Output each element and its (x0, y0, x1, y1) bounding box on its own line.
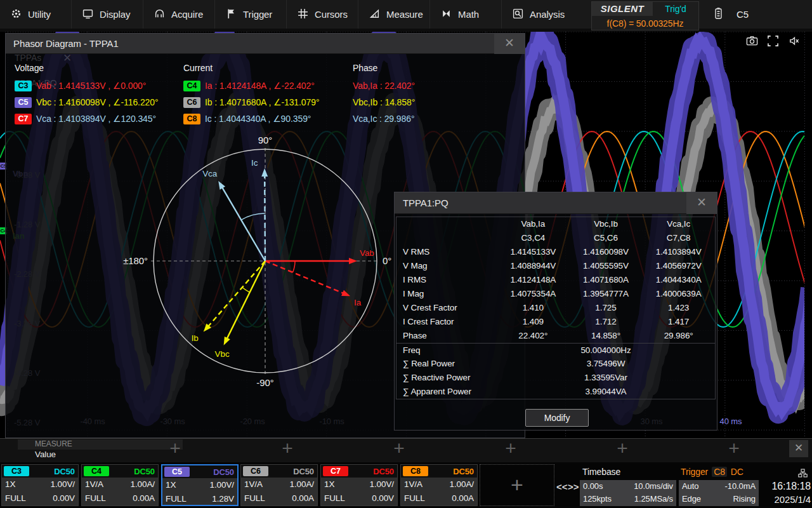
menu-item-acquire[interactable]: Acquire (143, 0, 215, 29)
svg-text:-90°: -90° (256, 377, 273, 388)
channel-scale: 1.00A/ (450, 478, 474, 491)
voltage-readout-column: Voltage C3Vab : 1.4145133V , ∠0.000°C5Vb… (15, 63, 158, 127)
channel-badge-c8: C8 (183, 114, 200, 124)
channel-badge-c6: C6 (243, 466, 268, 476)
current-readout-column: Current C4Ia : 1.4124148A , ∠-22.402°C6I… (183, 63, 319, 127)
add-measurement-slot[interactable]: + (282, 438, 292, 459)
channel-strip: C3DC501X1.00V/FULL0.00VC4DC501V/A1.00A/F… (0, 462, 812, 508)
add-measurement-slot[interactable]: + (505, 438, 516, 459)
add-channel-slot[interactable]: + (480, 464, 554, 506)
vector-label-ic: Ic (251, 158, 258, 168)
add-measurement-slot[interactable]: + (393, 438, 404, 459)
channel-badge-c3: C3 (15, 81, 32, 91)
network-icon[interactable] (798, 469, 808, 478)
channel-badge-c4: C4 (84, 466, 109, 476)
channel-badge-c3: C3 (4, 466, 29, 476)
channel-offset: 0.00A (133, 491, 155, 505)
channel-offset: 0.00V (53, 491, 75, 505)
channel-scale: 1.00A/ (131, 478, 155, 491)
table-row: V RMS1.4145133V1.4160098V1.4103894V (396, 245, 715, 259)
svg-text:±180°: ±180° (123, 255, 148, 266)
pq-measurement-table: Vab,IaVbc,IbVca,IcC3,C4C5,C6C7,C8V RMS1.… (396, 217, 716, 399)
voltage-readout-text: Vca : 1.4103894V , ∠120.345° (36, 114, 156, 124)
menu-item-analysis[interactable]: Analysis (502, 0, 573, 29)
status-box: SIGLENT Trig'd f(C8) = 50.00325Hz (591, 1, 699, 30)
table-row: ∑ Apparent Power3.99044VA (396, 385, 715, 399)
clock-date: 2025/1/4 (761, 494, 811, 505)
trigger-title: Trigger C8 DC (681, 467, 743, 477)
pq-results-window: TPPA1:PQ ✕ Vab,IaVbc,IbVca,IcC3,C4C5,C6C… (394, 192, 717, 431)
channel-badge-c7: C7 (323, 466, 348, 476)
frequency-counter-readout: f(C8) = 50.00325Hz (592, 16, 698, 31)
add-measurement-slot[interactable]: + (728, 438, 739, 459)
menu-item-math[interactable]: Math (430, 0, 502, 29)
add-measurement-slot[interactable]: + (617, 438, 627, 459)
channel-box-c8[interactable]: C8DC501V/A1.00A/FULL0.00A (400, 464, 478, 506)
channel-bandwidth: FULL (85, 491, 106, 505)
table-channel-row: C3,C4C5,C6C7,C8 (396, 231, 715, 245)
timebase-delay: 0.00s (583, 480, 603, 493)
menu-item-trigger[interactable]: Trigger (215, 0, 287, 29)
phase-readout-column: Phase Vab,Ia : 22.402°Vbc,Ib : 14.858°Vc… (353, 63, 415, 127)
current-header: Current (183, 63, 319, 73)
table-header-row: Vab,IaVbc,IbVca,Ic (396, 217, 715, 231)
table-row: I RMS1.4124148A1.4071680A1.4044340A (396, 273, 715, 287)
channel-scale: 1.00V/ (51, 478, 75, 491)
clock-time: 16:18:18 (761, 481, 811, 492)
voltage-readout-row: C3Vab : 1.4145133V , ∠0.000° (15, 77, 158, 94)
channel-offset: 0.00A (292, 491, 314, 505)
menu-item-utility[interactable]: Utility (0, 0, 72, 29)
measure-strip-row-label: Value (35, 450, 56, 459)
pq-window-titlebar[interactable]: TPPA1:PQ ✕ (395, 192, 717, 214)
voltage-readout-row: C5Vbc : 1.4160098V , ∠-116.220° (15, 94, 158, 110)
active-channel-indicator[interactable]: C5 (714, 7, 749, 22)
menu: UtilityDisplayAcquireTriggerCursorsMeasu… (0, 0, 573, 29)
channel-scale: 1.00A/ (290, 478, 314, 491)
channel-scale: 1.00V/ (210, 478, 234, 492)
nav-next-button[interactable]: >> (568, 481, 579, 492)
channel-bandwidth: FULL (5, 491, 26, 505)
channel-scale: 1.00V/ (370, 478, 394, 491)
menu-item-measure[interactable]: Measure (358, 0, 430, 29)
speaker-muted-icon[interactable] (788, 35, 800, 50)
menu-item-cursors[interactable]: Cursors (287, 0, 358, 29)
modify-button[interactable]: Modify (525, 409, 589, 427)
menu-item-display[interactable]: Display (72, 0, 143, 29)
channel-box-c7[interactable]: C7DC501X1.00V/FULL0.00V (320, 464, 398, 506)
phase-readout-text: Vab,Ia : 22.402° (353, 81, 415, 91)
nav-prev-button[interactable]: << (556, 481, 567, 492)
channel-badge-c5: C5 (164, 467, 190, 477)
channel-badge-c5: C5 (15, 97, 32, 108)
channel-box-c3[interactable]: C3DC501X1.00V/FULL0.00V (1, 464, 79, 506)
top-menu-bar: UtilityDisplayAcquireTriggerCursorsMeasu… (0, 0, 812, 32)
active-channel-label: C5 (737, 9, 749, 20)
fullscreen-icon[interactable] (767, 35, 779, 50)
channel-box-c5[interactable]: C5DC501X1.00V/FULL1.28V (161, 464, 239, 506)
siglent-logo: SIGLENT (592, 2, 653, 16)
phase-readout-text: Vbc,Ib : 14.858° (353, 97, 415, 107)
acquire-icon (154, 8, 165, 21)
trigger-source-badge: C8 (712, 467, 727, 477)
voltage-readout-text: Vab : 1.4145133V , ∠0.000° (36, 81, 146, 91)
vector-label-vab: Vab (360, 248, 374, 258)
trigger-panel[interactable]: Auto-10.0mA EdgeRising (679, 480, 759, 506)
camera-icon[interactable] (746, 35, 758, 50)
trigger-mode: Auto (682, 480, 698, 493)
add-channel-plus-icon: + (511, 472, 523, 497)
channel-coupling: DC50 (54, 467, 78, 476)
add-measurement-slot[interactable]: + (169, 438, 180, 459)
vector-label-ib: Ib (192, 333, 199, 343)
table-row: Freq50.004000Hz (396, 343, 715, 357)
measure-icon (369, 8, 380, 21)
phase-header: Phase (353, 63, 415, 73)
timebase-panel[interactable]: 0.00s10.0ms/div 125kpts1.25MSa/s (580, 480, 676, 506)
measure-strip-close-button[interactable]: ✕ (789, 440, 808, 457)
measure-strip: MEASURE Value ++++++ ✕ (0, 438, 812, 462)
svg-text:90°: 90° (258, 135, 272, 145)
svg-text:0°: 0° (383, 255, 391, 266)
table-row: V Crest Factor1.4101.7251.423 (396, 301, 715, 315)
channel-probe: 1V/A (244, 478, 263, 491)
pq-close-button[interactable]: ✕ (686, 192, 717, 214)
channel-box-c6[interactable]: C6DC501V/A1.00A/FULL0.00A (240, 464, 318, 506)
channel-box-c4[interactable]: C4DC501V/A1.00A/FULL0.00A (81, 464, 159, 506)
